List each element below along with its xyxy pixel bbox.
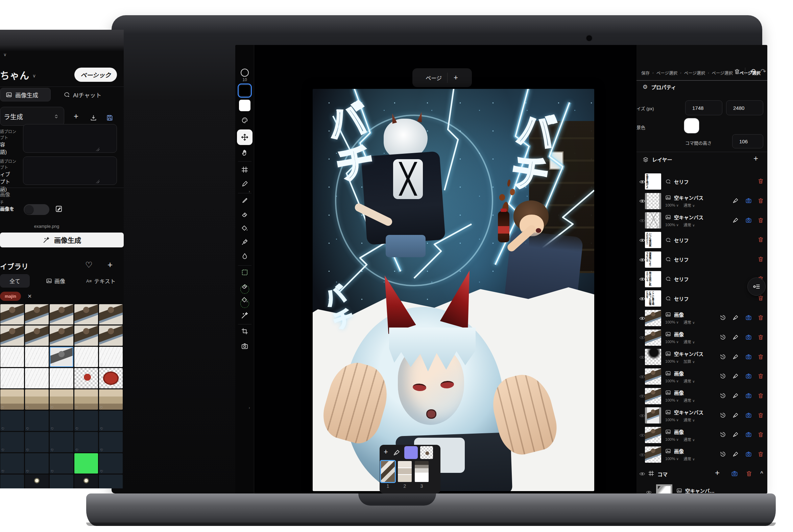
eye-icon[interactable]	[639, 315, 645, 321]
layer-thumbnail[interactable]	[645, 388, 661, 404]
foreground-color-swatch[interactable]	[235, 85, 254, 96]
history-icon[interactable]	[720, 431, 726, 438]
trash-icon[interactable]	[757, 217, 764, 223]
page-thumb-1[interactable]: 1	[381, 461, 395, 482]
layer-opacity-blend[interactable]: 100% ∨通常 ∨	[665, 378, 695, 384]
camera-icon[interactable]	[745, 197, 752, 204]
panel-gap-input[interactable]	[732, 134, 763, 148]
heart-icon[interactable]: ♡	[85, 260, 93, 270]
trash-icon[interactable]	[757, 451, 764, 457]
library-thumb[interactable]	[74, 453, 98, 474]
trash-icon[interactable]	[757, 295, 764, 301]
selection-fill-tool[interactable]: ›	[235, 297, 254, 304]
library-thumb[interactable]	[25, 368, 49, 388]
prompt2-textarea[interactable]	[23, 156, 117, 185]
history-icon[interactable]	[720, 451, 726, 457]
layer-opacity-blend[interactable]: 100% ∨通常 ∨	[665, 319, 695, 325]
library-thumb[interactable]	[74, 304, 98, 324]
pattern-swatch[interactable]	[420, 446, 433, 459]
brush-size-ring-icon[interactable]	[235, 69, 254, 77]
library-thumb[interactable]	[0, 432, 24, 452]
delete-page-icon[interactable]	[734, 68, 740, 74]
pencil-tool[interactable]	[235, 196, 254, 204]
canvas-width-input[interactable]	[685, 100, 722, 115]
library-tab-image[interactable]: 画像	[46, 277, 65, 285]
history-icon[interactable]	[720, 393, 726, 399]
page-thumb-3[interactable]: 3	[415, 461, 429, 482]
eye-icon[interactable]	[639, 471, 645, 477]
trash-icon[interactable]	[757, 256, 764, 262]
breadcrumb-item[interactable]: 保存	[641, 70, 650, 76]
fill-bucket-tool[interactable]: ›	[235, 225, 254, 232]
add-color-button[interactable]: +	[384, 448, 388, 456]
trash-icon[interactable]	[757, 178, 764, 184]
library-thumb[interactable]	[50, 453, 73, 474]
koma-camera-icon[interactable]	[731, 470, 738, 477]
tab-image-generation[interactable]: 画像生成	[0, 88, 51, 101]
brush-icon[interactable]	[733, 197, 739, 204]
canvas-height-input[interactable]	[726, 100, 763, 115]
breadcrumb-item[interactable]: ページ選択	[684, 70, 705, 76]
camera-icon[interactable]	[745, 431, 752, 438]
trash-icon[interactable]	[757, 236, 764, 243]
koma-section-header[interactable]: コマ + ^	[637, 468, 767, 481]
layer-thumbnail[interactable]	[645, 310, 661, 326]
layer-row[interactable]: 画像100% ∨通常 ∨	[637, 387, 767, 405]
layer-thumbnail[interactable]: ここに乗る時に失った記憶と力を	[645, 290, 661, 307]
layer-thumbnail[interactable]: 生首を捧げよ	[645, 173, 661, 190]
palette-icon[interactable]: ›	[235, 117, 254, 124]
brush-icon[interactable]	[733, 314, 739, 321]
library-thumb[interactable]	[50, 325, 73, 346]
tab-page[interactable]: ページ	[420, 74, 447, 82]
history-icon[interactable]	[720, 314, 726, 321]
reference-image-toggle[interactable]	[24, 204, 49, 215]
edit-icon[interactable]	[55, 205, 63, 213]
library-thumb[interactable]	[0, 347, 24, 367]
blur-drop-tool[interactable]	[235, 252, 254, 260]
library-thumb[interactable]	[99, 475, 123, 488]
layer-row[interactable]: 空キャンバス100% ∨通常 ∨	[637, 406, 767, 425]
library-thumb[interactable]	[99, 390, 123, 410]
hand-tool[interactable]	[235, 149, 254, 156]
brush-icon[interactable]	[733, 393, 739, 399]
layer-opacity-blend[interactable]: 100% ∨通常 ∨	[665, 437, 695, 442]
eye-icon[interactable]	[639, 374, 645, 380]
eye-icon[interactable]	[646, 489, 652, 493]
layer-thumbnail[interactable]: 諸事情によりうちには	[645, 251, 661, 268]
camera-icon[interactable]	[745, 373, 752, 379]
trash-icon[interactable]	[757, 412, 764, 418]
prompt1-textarea[interactable]	[23, 124, 117, 153]
generator-select[interactable]: ラ生成	[0, 107, 64, 126]
layer-thumbnail[interactable]	[645, 212, 661, 228]
layer-opacity-blend[interactable]: 100% ∨通常 ∨	[665, 417, 703, 422]
library-thumb[interactable]	[99, 347, 123, 367]
eyedropper-tool[interactable]	[235, 238, 254, 246]
layer-thumbnail[interactable]	[645, 446, 661, 463]
library-thumb[interactable]	[50, 304, 73, 324]
manga-page[interactable]: バチ バチ バチ	[313, 89, 594, 491]
add-page-button[interactable]: +	[448, 73, 464, 82]
crop-tool[interactable]	[235, 327, 254, 335]
library-tab-all[interactable]: 全て	[0, 274, 30, 288]
layer-row[interactable]: いつも僧侶無人だけどニセリフ	[637, 230, 767, 249]
layer-row[interactable]: 空キャンバス100% ∨通常 ∨	[637, 192, 767, 211]
save-icon[interactable]	[106, 113, 113, 122]
layer-thumbnail[interactable]: いつも僧侶無人だけどニ	[645, 232, 661, 248]
eye-icon[interactable]	[639, 237, 645, 243]
selection-tool[interactable]: ›	[235, 269, 254, 276]
layer-opacity-blend[interactable]: 100% ∨通常 ∨	[665, 203, 703, 208]
library-thumb[interactable]	[99, 411, 123, 431]
layer-thumbnail[interactable]	[645, 349, 661, 365]
eraser-tool[interactable]	[235, 211, 254, 218]
layer-row[interactable]: 空キャンバス100% ∨加算 ∨	[637, 347, 767, 366]
trash-icon[interactable]	[757, 197, 764, 204]
magic-wand-tool[interactable]: ›	[235, 311, 254, 319]
koma-trash-icon[interactable]	[746, 470, 752, 477]
brush-icon[interactable]	[733, 451, 739, 457]
layer-row[interactable]: ここに乗る時に失った記憶と力をセリフ	[637, 289, 767, 308]
add-layer-button[interactable]: +	[753, 154, 758, 163]
eye-icon[interactable]	[639, 296, 645, 302]
active-color-swatch[interactable]	[404, 446, 418, 459]
trash-icon[interactable]	[757, 373, 764, 379]
layer-opacity-blend[interactable]: 100% ∨通常 ∨	[665, 398, 695, 403]
